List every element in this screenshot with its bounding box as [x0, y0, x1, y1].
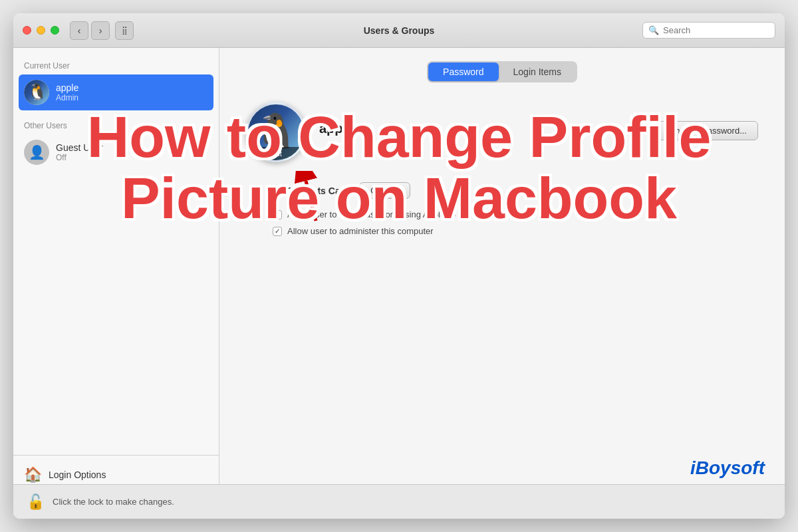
guest-user-role: Off: [56, 153, 103, 162]
titlebar: ‹ › ⣿ Users & Groups 🔍: [13, 13, 785, 48]
checkbox-row-1: Allow user to reset password using Apple…: [273, 209, 456, 219]
brand-prefix: i: [690, 458, 696, 478]
guest-user-item[interactable]: 👤 Guest User Off: [13, 134, 219, 170]
sidebar-divider: [13, 455, 219, 456]
other-users-section-label: Other Users: [13, 118, 219, 134]
checkbox-admin[interactable]: ✓: [273, 227, 282, 236]
guest-user-info: Guest User Off: [56, 142, 103, 162]
iboysoft-brand: iBoysoft: [690, 458, 765, 479]
main-window: ‹ › ⣿ Users & Groups 🔍 Current User appl…: [13, 13, 785, 519]
search-bar: 🔍: [642, 22, 775, 39]
home-icon: 🏠: [24, 466, 42, 483]
window-title: Users & Groups: [364, 25, 435, 36]
penguin-avatar: [24, 80, 49, 105]
traffic-lights: [23, 26, 59, 35]
contacts-section: Contacts Card: Open...: [286, 182, 410, 199]
current-user-role: Admin: [56, 93, 78, 102]
nav-buttons: ‹ ›: [70, 21, 110, 40]
grid-button[interactable]: ⣿: [115, 21, 134, 40]
current-user-info: apple Admin: [56, 82, 78, 102]
search-input[interactable]: [663, 25, 769, 35]
profile-section: 🐧 edit apple Change Password...: [246, 102, 758, 162]
current-user-name: apple: [56, 82, 78, 93]
profile-avatar-container[interactable]: 🐧 edit: [246, 102, 306, 162]
open-contacts-button[interactable]: Open...: [359, 182, 410, 199]
checkbox-reset-password-label: Allow user to reset password using Apple…: [287, 209, 456, 219]
login-options-label: Login Options: [49, 469, 106, 480]
fullscreen-button[interactable]: [51, 26, 59, 35]
tab-password[interactable]: Password: [428, 63, 498, 81]
lock-text: Click the lock to make changes.: [53, 497, 174, 507]
checkbox-row-2: ✓ Allow user to administer this computer: [273, 226, 434, 236]
lock-icon[interactable]: 🔓: [27, 493, 45, 511]
close-button[interactable]: [23, 26, 31, 35]
edit-overlay: edit: [248, 147, 304, 160]
checkbox-admin-label: Allow user to administer this computer: [287, 226, 434, 236]
profile-avatar: 🐧 edit: [246, 102, 306, 162]
lock-bar: 🔓 Click the lock to make changes.: [13, 484, 785, 519]
profile-name: apple: [319, 121, 354, 136]
brand-name: Boysoft: [696, 458, 765, 478]
guest-user-name: Guest User: [56, 142, 103, 153]
search-icon: 🔍: [648, 25, 659, 35]
minimize-button[interactable]: [37, 26, 45, 35]
checkbox-reset-password[interactable]: [273, 210, 282, 219]
sidebar-spacer: [13, 170, 219, 450]
contacts-label: Contacts Card:: [286, 186, 352, 196]
forward-button[interactable]: ›: [91, 21, 110, 40]
sidebar: Current User apple Admin Other Users 👤 G…: [13, 48, 219, 519]
back-button[interactable]: ‹: [70, 21, 88, 40]
tabs-container: Password Login Items: [427, 61, 577, 82]
current-user-item[interactable]: apple Admin: [19, 74, 213, 110]
change-password-button[interactable]: Change Password...: [658, 121, 758, 140]
main-panel: Password Login Items 🐧 edit apple Change…: [219, 48, 785, 519]
current-user-avatar: [24, 80, 49, 105]
current-user-section-label: Current User: [13, 59, 219, 74]
guest-avatar: 👤: [24, 140, 49, 165]
content-area: Current User apple Admin Other Users 👤 G…: [13, 48, 785, 519]
tab-login-items[interactable]: Login Items: [499, 63, 576, 81]
